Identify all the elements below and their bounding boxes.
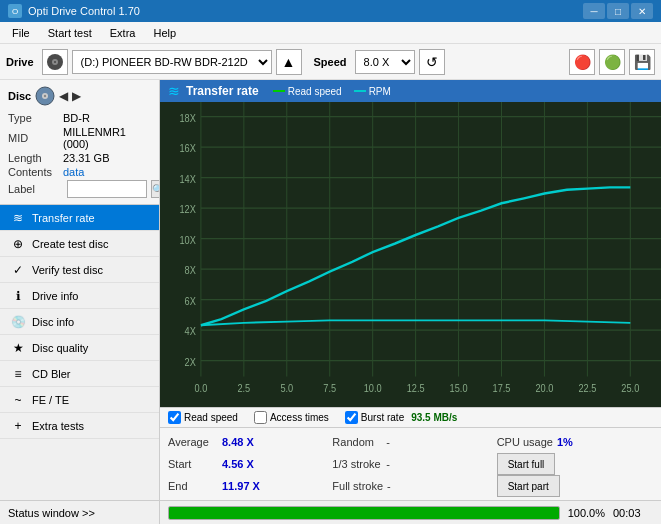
nav-item-fe-te[interactable]: ~ FE / TE — [0, 387, 159, 413]
status-window-label: Status window >> — [8, 507, 95, 519]
access-times-checkbox-label[interactable]: Access times — [254, 411, 329, 424]
stat-average-value: 8.48 X — [222, 436, 262, 448]
toolbar-action2[interactable]: 🟢 — [599, 49, 625, 75]
disc-mid-value: MILLENMR1 (000) — [63, 126, 151, 150]
toolbar-action1[interactable]: 🔴 — [569, 49, 595, 75]
nav-item-extra-tests[interactable]: + Extra tests — [0, 413, 159, 439]
close-button[interactable]: ✕ — [631, 3, 653, 19]
access-times-checkbox[interactable] — [254, 411, 267, 424]
svg-text:0.0: 0.0 — [195, 383, 208, 395]
svg-text:18X: 18X — [179, 112, 196, 124]
svg-text:25.0: 25.0 — [621, 383, 639, 395]
create-test-disc-icon: ⊕ — [10, 236, 26, 252]
toolbar: Drive (D:) PIONEER BD-RW BDR-212D 1.00 ▲… — [0, 44, 661, 80]
svg-text:6X: 6X — [185, 295, 196, 307]
stat-start-row: Start 4.56 X — [168, 454, 324, 474]
progress-bar-outer — [168, 506, 560, 520]
svg-text:8X: 8X — [185, 264, 196, 276]
disc-length-value: 23.31 GB — [63, 152, 151, 164]
start-full-button[interactable]: Start full — [497, 453, 556, 475]
save-button[interactable]: 💾 — [629, 49, 655, 75]
disc-section: Disc ◀ ▶ Type BD-R MID MILLENMR1 (000) L… — [0, 80, 159, 205]
left-panel: Disc ◀ ▶ Type BD-R MID MILLENMR1 (000) L… — [0, 80, 160, 500]
nav-item-fe-te-label: FE / TE — [32, 394, 69, 406]
burst-rate-checkbox-text: Burst rate — [361, 412, 404, 423]
burst-rate-checkbox-label[interactable]: Burst rate 93.5 MB/s — [345, 411, 458, 424]
stat-random-value: - — [386, 436, 390, 448]
disc-label-input[interactable] — [67, 180, 147, 198]
label-set-button[interactable]: 🔍 — [151, 180, 160, 198]
chart-svg: 18X 16X 14X 12X 10X 8X 6X 4X 2X 0.0 2.5 … — [160, 102, 661, 407]
menu-extra[interactable]: Extra — [102, 23, 144, 43]
eject-button[interactable]: ▲ — [276, 49, 302, 75]
nav-item-verify-test-disc[interactable]: ✓ Verify test disc — [0, 257, 159, 283]
stat-cpu-value: 1% — [557, 436, 597, 448]
verify-test-disc-icon: ✓ — [10, 262, 26, 278]
svg-text:10X: 10X — [179, 234, 196, 246]
legend-read-speed: Read speed — [273, 86, 342, 97]
main-layout: Disc ◀ ▶ Type BD-R MID MILLENMR1 (000) L… — [0, 80, 661, 500]
menu-file[interactable]: File — [4, 23, 38, 43]
read-speed-checkbox[interactable] — [168, 411, 181, 424]
nav-item-disc-quality[interactable]: ★ Disc quality — [0, 335, 159, 361]
disc-expand-arrow[interactable]: ▶ — [72, 89, 81, 103]
minimize-button[interactable]: ─ — [583, 3, 605, 19]
svg-point-2 — [54, 61, 56, 63]
nav-item-create-test-disc[interactable]: ⊕ Create test disc — [0, 231, 159, 257]
menu-start-test[interactable]: Start test — [40, 23, 100, 43]
nav-menu: ≋ Transfer rate ⊕ Create test disc ✓ Ver… — [0, 205, 159, 500]
svg-text:15.0: 15.0 — [450, 383, 468, 395]
disc-contents-label: Contents — [8, 166, 63, 178]
svg-text:22.5: 22.5 — [578, 383, 596, 395]
chart-header: ≋ Transfer rate Read speed RPM — [160, 80, 661, 102]
nav-item-drive-info[interactable]: ℹ Drive info — [0, 283, 159, 309]
burst-rate-checkbox[interactable] — [345, 411, 358, 424]
stat-full-stroke-row: Full stroke - — [332, 476, 488, 496]
svg-text:16X: 16X — [179, 142, 196, 154]
stat-cpu-label: CPU usage — [497, 436, 553, 448]
nav-item-disc-info[interactable]: 💿 Disc info — [0, 309, 159, 335]
stat-full-stroke-value: - — [387, 480, 391, 492]
nav-item-extra-tests-label: Extra tests — [32, 420, 84, 432]
title-bar: O Opti Drive Control 1.70 ─ □ ✕ — [0, 0, 661, 22]
disc-collapse-arrow[interactable]: ◀ — [59, 89, 68, 103]
nav-item-verify-test-disc-label: Verify test disc — [32, 264, 103, 276]
nav-item-drive-info-label: Drive info — [32, 290, 78, 302]
menu-help[interactable]: Help — [145, 23, 184, 43]
drive-select[interactable]: (D:) PIONEER BD-RW BDR-212D 1.00 — [72, 50, 272, 74]
maximize-button[interactable]: □ — [607, 3, 629, 19]
extra-tests-icon: + — [10, 418, 26, 434]
stats-grid: Average 8.48 X Random - CPU usage 1% Sta… — [168, 432, 653, 496]
disc-quality-icon: ★ — [10, 340, 26, 356]
disc-length-label: Length — [8, 152, 63, 164]
nav-item-cd-bler[interactable]: ≡ CD Bler — [0, 361, 159, 387]
chart-title: Transfer rate — [186, 84, 259, 98]
nav-item-transfer-rate[interactable]: ≋ Transfer rate — [0, 205, 159, 231]
time-text: 00:03 — [613, 507, 653, 519]
app-title: Opti Drive Control 1.70 — [28, 5, 140, 17]
start-part-button[interactable]: Start part — [497, 475, 560, 497]
stat-start-part-row: Start part — [497, 476, 653, 496]
drive-icon-button[interactable] — [42, 49, 68, 75]
refresh-button[interactable]: ↺ — [419, 49, 445, 75]
legend-rpm-color — [354, 90, 366, 92]
read-speed-checkbox-label[interactable]: Read speed — [168, 411, 238, 424]
progress-container: 100.0% 00:03 — [160, 501, 661, 524]
legend-read-speed-color — [273, 90, 285, 92]
right-panel: ≋ Transfer rate Read speed RPM — [160, 80, 661, 500]
status-window-button[interactable]: Status window >> — [0, 501, 160, 524]
stat-random-row: Random - — [332, 432, 488, 452]
disc-type-row: Type BD-R — [8, 112, 151, 124]
disc-label-row: Label 🔍 — [8, 180, 151, 198]
disc-contents-value: data — [63, 166, 151, 178]
disc-info-icon: 💿 — [10, 314, 26, 330]
stat-1third-label: 1/3 stroke — [332, 458, 382, 470]
chart-wave-icon: ≋ — [168, 83, 180, 99]
speed-select[interactable]: 8.0 X 4.0 X 16.0 X — [355, 50, 415, 74]
chart-area: 18X 16X 14X 12X 10X 8X 6X 4X 2X 0.0 2.5 … — [160, 102, 661, 407]
disc-length-row: Length 23.31 GB — [8, 152, 151, 164]
stat-start-label: Start — [168, 458, 218, 470]
cd-bler-icon: ≡ — [10, 366, 26, 382]
nav-item-create-test-disc-label: Create test disc — [32, 238, 108, 250]
disc-type-label: Type — [8, 112, 63, 124]
